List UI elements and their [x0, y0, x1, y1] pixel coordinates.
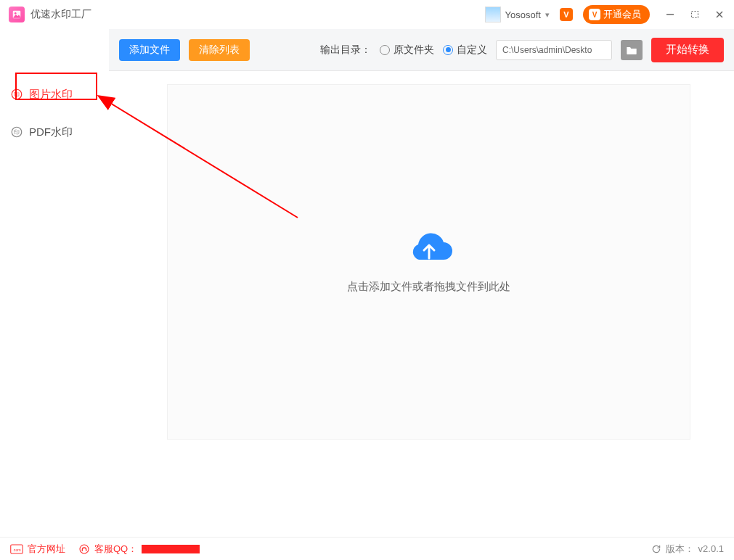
maximize-button[interactable]	[689, 9, 701, 20]
canvas-area: 点击添加文件或者拖拽文件到此处	[109, 71, 734, 537]
browse-folder-button[interactable]	[621, 40, 643, 60]
toolbar: 添加文件 清除列表 输出目录： 原文件夹 自定义 开始转换	[109, 29, 734, 71]
app-title: 优速水印工厂	[30, 8, 91, 21]
svg-text:印: 印	[14, 129, 20, 136]
sidebar: 印 图片水印 印 PDF水印	[0, 29, 109, 537]
drop-hint: 点击添加文件或者拖拽文件到此处	[347, 280, 510, 294]
radio-icon	[443, 45, 453, 55]
chevron-down-icon: ▾	[545, 10, 550, 20]
titlebar: 优速水印工厂 Yososoft ▾ V V 开通会员	[0, 0, 734, 29]
svg-text:.com: .com	[12, 547, 21, 551]
output-dir-label: 输出目录：	[320, 44, 371, 57]
service-qq-link[interactable]: 客服QQ：	[78, 543, 200, 556]
stamp-icon: 印	[10, 88, 23, 101]
stamp-icon: 印	[10, 125, 23, 139]
avatar-icon	[485, 7, 501, 22]
cloud-upload-icon	[404, 231, 454, 267]
add-files-button[interactable]: 添加文件	[119, 39, 180, 61]
drop-zone[interactable]: 点击添加文件或者拖拽文件到此处	[167, 84, 690, 440]
headset-icon	[78, 543, 90, 555]
svg-text:印: 印	[14, 91, 20, 98]
footer: .com 官方网址 客服QQ： 版本： v2.0.1	[0, 537, 734, 560]
sidebar-item-pdf-watermark[interactable]: 印 PDF水印	[0, 118, 109, 147]
service-qq-label: 客服QQ：	[94, 543, 137, 556]
svg-rect-3	[692, 12, 698, 18]
user-menu[interactable]: Yososoft ▾	[485, 7, 550, 22]
close-button[interactable]	[714, 9, 725, 20]
vip-badge-icon[interactable]: V	[560, 8, 573, 21]
open-vip-button[interactable]: V 开通会员	[583, 5, 650, 24]
output-path-input[interactable]	[496, 40, 612, 60]
minimize-button[interactable]	[664, 9, 676, 20]
sidebar-item-label: 图片水印	[29, 88, 73, 102]
official-site-label: 官方网址	[28, 543, 65, 556]
radio-icon	[380, 45, 390, 55]
app-logo-icon	[9, 7, 25, 22]
globe-icon: .com	[10, 544, 23, 554]
titlebar-left: 优速水印工厂	[9, 7, 91, 22]
start-convert-button[interactable]: 开始转换	[651, 38, 724, 62]
radio-custom-label: 自定义	[457, 44, 487, 57]
radio-custom-folder[interactable]: 自定义	[443, 44, 487, 57]
svg-point-1	[15, 12, 17, 15]
refresh-icon	[651, 544, 661, 554]
sidebar-item-label: PDF水印	[29, 125, 73, 139]
radio-source-folder[interactable]: 原文件夹	[380, 44, 434, 57]
qq-number-redacted	[142, 545, 200, 553]
radio-source-label: 原文件夹	[393, 44, 434, 57]
username: Yososoft	[505, 9, 541, 20]
version-info[interactable]: 版本： v2.0.1	[651, 543, 724, 556]
version-label: 版本：	[666, 543, 694, 556]
sidebar-item-image-watermark[interactable]: 印 图片水印	[0, 80, 109, 109]
svg-point-14	[80, 545, 89, 553]
official-site-link[interactable]: .com 官方网址	[10, 543, 65, 556]
window-controls	[664, 9, 725, 20]
vip-inner-icon: V	[589, 9, 600, 20]
version-value: v2.0.1	[698, 543, 724, 554]
folder-icon	[626, 45, 637, 55]
titlebar-right: Yososoft ▾ V V 开通会员	[485, 5, 725, 24]
open-vip-label: 开通会员	[603, 8, 641, 21]
content: 添加文件 清除列表 输出目录： 原文件夹 自定义 开始转换	[109, 29, 734, 537]
clear-list-button[interactable]: 清除列表	[189, 39, 250, 61]
